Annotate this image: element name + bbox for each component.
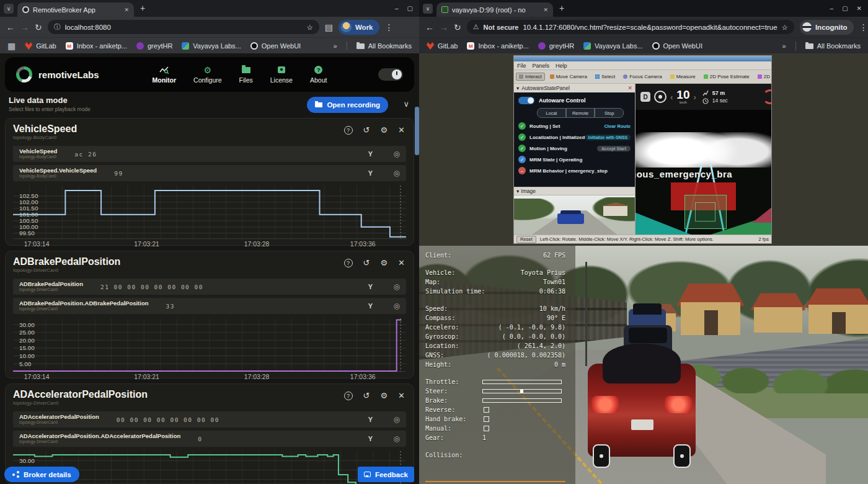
bookmark-star-icon[interactable]: ☆ [782,23,788,32]
back-button[interactable]: ← [6,22,15,32]
bookmark-greythr[interactable]: greytHR [136,42,172,50]
theme-clock-toggle[interactable] [378,68,403,81]
minimize-button[interactable]: – [830,5,834,12]
clear-route-button[interactable]: Clear Route [604,123,631,129]
branch-icon[interactable]: Y [368,150,373,158]
tool-move-camera[interactable]: Move Camera [547,73,590,81]
branch-icon[interactable]: Y [368,416,373,423]
record-icon[interactable]: ◎ [394,302,400,310]
bookmark-greythr[interactable]: greytHR [538,42,574,50]
close-icon[interactable]: ✕ [398,258,405,267]
bookmark-openwebui[interactable]: Open WebUI [652,42,702,50]
collapse-icon[interactable]: ▾ [516,85,519,91]
initialize-gnss-button[interactable]: Initialize with GNSS [585,135,631,140]
menu-file[interactable]: File [517,63,526,69]
branch-icon[interactable]: Y [368,302,373,310]
menu-kebab-icon[interactable]: ⋮ [859,22,868,32]
autoware-control-toggle[interactable] [518,97,534,104]
close-window-button[interactable]: ✕ [857,5,862,12]
tool-2d-pose-estimate[interactable]: 2D Pose Estimate [701,73,753,81]
help-icon[interactable]: ? [344,259,353,267]
bookmark-vayavya[interactable]: Vayavya Labs... [583,42,642,50]
feedback-button[interactable]: Feedback [358,467,414,482]
record-icon[interactable]: ◎ [394,415,400,424]
rviz-3d-view[interactable]: nous_emergency_bra [636,110,771,235]
nav-license[interactable]: License [270,65,293,84]
new-tab-button[interactable]: + [140,3,145,13]
help-icon[interactable]: ? [344,126,353,135]
tab-close-icon[interactable]: ✕ [124,7,129,13]
history-icon[interactable]: ↺ [363,125,370,135]
gear-icon[interactable]: ⚙ [380,125,388,135]
signal-row[interactable]: ADAcceleratorPedalPosition topology-Driv… [13,411,406,428]
branch-icon[interactable]: Y [368,283,373,290]
mode-stop-button[interactable]: Stop [595,108,624,118]
signal-row[interactable]: ADBrakePedalPosition.ADBrakePedalPositio… [13,298,406,314]
branch-icon[interactable]: Y [368,435,373,442]
autoware-panel-header[interactable]: ▾ AutowareStatePanel ✕ [514,84,635,92]
open-recording-button[interactable]: Open recording [307,97,388,113]
gear-icon[interactable]: ⚙ [380,391,388,400]
forward-button[interactable]: → [20,22,29,32]
bookmark-gitlab[interactable]: GitLab [427,42,458,50]
tab-vnc[interactable]: vayavya-D:99 (root) - no ✕ [436,2,553,17]
nav-monitor[interactable]: Monitor [153,65,177,84]
branch-icon[interactable]: Y [368,169,373,177]
brake-chart[interactable]: 30.0025.0020.0015.0010.005.0017:03:1417:… [13,318,406,380]
profile-chip[interactable]: Work [339,20,379,35]
bookmark-vayavya[interactable]: Vayavya Labs... [182,42,241,50]
close-icon[interactable]: ✕ [398,391,405,400]
reload-button[interactable]: ↻ [454,22,461,32]
all-bookmarks-button[interactable]: All Bookmarks [356,42,412,50]
record-icon[interactable]: ◎ [394,282,400,291]
history-icon[interactable]: ↺ [363,391,370,400]
tool-2d-goal-pose[interactable]: 2D Goal Pose [755,73,771,81]
gear-icon[interactable]: ⚙ [380,258,388,267]
signal-row[interactable]: VehicleSpeed.VehicleSpeed topology-BodyC… [13,165,406,181]
nav-configure[interactable]: ⚙ Configure [193,65,222,84]
address-bar[interactable]: ⚠ Not secure 10.4.1.127:6080/vnc.html?re… [467,20,794,34]
signal-row[interactable]: VehicleSpeed topology-BodyCan0 ac 26 Y ◎ [13,146,406,162]
menu-kebab-icon[interactable]: ⋮ [385,22,394,32]
apps-grid-icon[interactable]: ▦ [7,41,16,51]
page-scrollbar-thumb[interactable] [415,107,419,155]
reload-button[interactable]: ↻ [35,22,42,32]
signal-row[interactable]: ADAcceleratorPedalPosition.ADAccelerator… [13,431,406,447]
not-secure-warning-icon[interactable]: ⚠ [473,23,479,31]
back-button[interactable]: ← [425,22,434,32]
record-icon[interactable]: ◎ [394,150,400,158]
tool-measure[interactable]: Measure [667,73,699,81]
window-menu-button[interactable]: ∨ [4,4,14,14]
address-bar[interactable]: ⓘ localhost:8080 ☆ [48,20,319,34]
collapse-icon[interactable]: ▾ [516,188,519,194]
mode-remote-button[interactable]: Remote [566,108,595,118]
bookmarks-overflow-button[interactable]: » [334,42,337,50]
maximize-button[interactable]: ▢ [407,5,413,12]
carla-simulator-view[interactable]: Client:62 FPS Vehicle:Toyota Prius Map:T… [419,246,868,484]
signal-row[interactable]: ADBrakePedalPosition topology-DriverCan0… [13,279,406,295]
incognito-chip[interactable]: Incognito [800,20,854,35]
bookmark-inbox[interactable]: MInbox - aniketp... [66,42,127,50]
image-panel-header[interactable]: ▾ Image [514,187,635,195]
side-panel-icon[interactable]: ▤ [325,22,333,32]
tab-close-icon[interactable]: ✕ [543,7,548,13]
bookmark-openwebui[interactable]: Open WebUI [250,42,301,50]
panel-close-icon[interactable]: ✕ [627,85,632,91]
tool-focus-camera[interactable]: Focus Camera [620,73,665,81]
all-bookmarks-button[interactable]: All Bookmarks [805,42,861,50]
tab-remotivebroker[interactable]: RemotiveBroker App ✕ [17,2,134,17]
collapse-chevron-icon[interactable]: ∨ [403,99,409,109]
bookmark-inbox[interactable]: MInbox - aniketp... [467,42,528,50]
window-menu-button[interactable]: ∨ [423,4,433,14]
nav-about[interactable]: ? About [310,65,327,84]
bookmark-gitlab[interactable]: GitLab [25,42,56,50]
tool-interact[interactable]: Interact [516,73,545,81]
nav-files[interactable]: Files [239,65,253,84]
close-icon[interactable]: ✕ [398,125,405,135]
broker-details-button[interactable]: Broker details [4,467,79,482]
reset-button[interactable]: Reset [516,236,536,243]
bookmark-star-icon[interactable]: ☆ [306,23,312,32]
history-icon[interactable]: ↺ [363,258,370,267]
rviz-titlebar[interactable] [514,56,771,61]
help-icon[interactable]: ? [344,392,353,400]
